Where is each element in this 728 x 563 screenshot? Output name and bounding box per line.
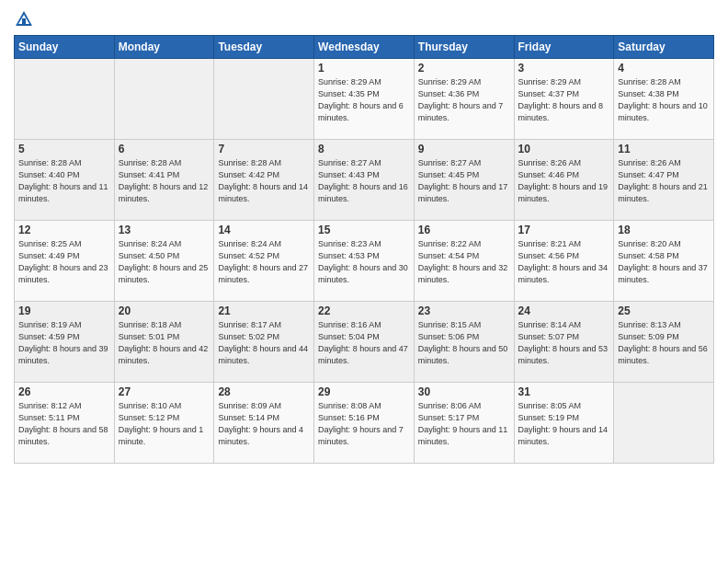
empty-cell xyxy=(15,59,115,140)
day-info: Sunrise: 8:24 AM Sunset: 4:52 PM Dayligh… xyxy=(218,238,310,286)
day-number: 6 xyxy=(119,143,210,155)
day-number: 29 xyxy=(318,385,410,398)
day-info: Sunrise: 8:29 AM Sunset: 4:35 PM Dayligh… xyxy=(318,76,410,124)
logo-icon xyxy=(14,9,34,29)
day-cell-28: 28Sunrise: 8:09 AM Sunset: 5:14 PM Dayli… xyxy=(214,383,314,464)
day-info: Sunrise: 8:09 AM Sunset: 5:14 PM Dayligh… xyxy=(218,400,310,448)
day-cell-5: 5Sunrise: 8:28 AM Sunset: 4:40 PM Daylig… xyxy=(15,140,115,221)
day-info: Sunrise: 8:27 AM Sunset: 4:45 PM Dayligh… xyxy=(418,157,510,205)
day-cell-16: 16Sunrise: 8:22 AM Sunset: 4:54 PM Dayli… xyxy=(414,221,514,302)
day-info: Sunrise: 8:18 AM Sunset: 5:01 PM Dayligh… xyxy=(119,319,210,367)
day-cell-25: 25Sunrise: 8:13 AM Sunset: 5:09 PM Dayli… xyxy=(614,302,714,383)
day-cell-21: 21Sunrise: 8:17 AM Sunset: 5:02 PM Dayli… xyxy=(214,302,314,383)
day-cell-13: 13Sunrise: 8:24 AM Sunset: 4:50 PM Dayli… xyxy=(114,221,214,302)
day-info: Sunrise: 8:16 AM Sunset: 5:04 PM Dayligh… xyxy=(318,319,410,367)
day-number: 15 xyxy=(318,224,410,236)
day-cell-7: 7Sunrise: 8:28 AM Sunset: 4:42 PM Daylig… xyxy=(214,140,314,221)
weekday-saturday: Saturday xyxy=(614,36,714,59)
day-cell-15: 15Sunrise: 8:23 AM Sunset: 4:53 PM Dayli… xyxy=(314,221,415,302)
day-cell-24: 24Sunrise: 8:14 AM Sunset: 5:07 PM Dayli… xyxy=(514,302,614,383)
day-cell-14: 14Sunrise: 8:24 AM Sunset: 4:52 PM Dayli… xyxy=(214,221,314,302)
day-info: Sunrise: 8:22 AM Sunset: 4:54 PM Dayligh… xyxy=(418,238,510,286)
day-cell-10: 10Sunrise: 8:26 AM Sunset: 4:46 PM Dayli… xyxy=(514,140,614,221)
day-info: Sunrise: 8:14 AM Sunset: 5:07 PM Dayligh… xyxy=(518,319,610,367)
day-number: 17 xyxy=(518,224,610,236)
calendar-table: SundayMondayTuesdayWednesdayThursdayFrid… xyxy=(14,35,714,464)
day-info: Sunrise: 8:17 AM Sunset: 5:02 PM Dayligh… xyxy=(218,319,310,367)
svg-rect-2 xyxy=(22,18,26,24)
day-cell-18: 18Sunrise: 8:20 AM Sunset: 4:58 PM Dayli… xyxy=(614,221,714,302)
week-row-3: 19Sunrise: 8:19 AM Sunset: 4:59 PM Dayli… xyxy=(15,302,714,383)
day-info: Sunrise: 8:27 AM Sunset: 4:43 PM Dayligh… xyxy=(318,157,410,205)
day-number: 18 xyxy=(618,224,710,236)
page-header xyxy=(14,9,714,29)
day-number: 3 xyxy=(518,62,610,75)
day-number: 22 xyxy=(318,304,410,317)
weekday-monday: Monday xyxy=(114,36,214,59)
day-number: 1 xyxy=(318,62,410,75)
week-row-0: 1Sunrise: 8:29 AM Sunset: 4:35 PM Daylig… xyxy=(15,59,714,140)
day-info: Sunrise: 8:19 AM Sunset: 4:59 PM Dayligh… xyxy=(18,319,110,367)
day-cell-6: 6Sunrise: 8:28 AM Sunset: 4:41 PM Daylig… xyxy=(114,140,214,221)
day-number: 13 xyxy=(119,224,210,236)
day-number: 26 xyxy=(18,385,110,398)
day-info: Sunrise: 8:25 AM Sunset: 4:49 PM Dayligh… xyxy=(18,238,110,286)
day-number: 21 xyxy=(218,304,310,317)
week-row-1: 5Sunrise: 8:28 AM Sunset: 4:40 PM Daylig… xyxy=(15,140,714,221)
day-cell-23: 23Sunrise: 8:15 AM Sunset: 5:06 PM Dayli… xyxy=(414,302,514,383)
day-info: Sunrise: 8:28 AM Sunset: 4:42 PM Dayligh… xyxy=(218,157,310,205)
day-cell-26: 26Sunrise: 8:12 AM Sunset: 5:11 PM Dayli… xyxy=(15,383,115,464)
empty-cell xyxy=(114,59,214,140)
day-info: Sunrise: 8:26 AM Sunset: 4:46 PM Dayligh… xyxy=(518,157,610,205)
day-number: 2 xyxy=(418,62,510,75)
day-info: Sunrise: 8:05 AM Sunset: 5:19 PM Dayligh… xyxy=(518,400,610,448)
weekday-header-row: SundayMondayTuesdayWednesdayThursdayFrid… xyxy=(15,36,714,59)
day-number: 28 xyxy=(218,385,310,398)
day-info: Sunrise: 8:10 AM Sunset: 5:12 PM Dayligh… xyxy=(119,400,210,448)
day-cell-27: 27Sunrise: 8:10 AM Sunset: 5:12 PM Dayli… xyxy=(114,383,214,464)
day-number: 30 xyxy=(418,385,510,398)
logo xyxy=(14,9,37,29)
day-info: Sunrise: 8:21 AM Sunset: 4:56 PM Dayligh… xyxy=(518,238,610,286)
day-number: 25 xyxy=(618,304,710,317)
day-cell-4: 4Sunrise: 8:28 AM Sunset: 4:38 PM Daylig… xyxy=(614,59,714,140)
day-cell-22: 22Sunrise: 8:16 AM Sunset: 5:04 PM Dayli… xyxy=(314,302,415,383)
day-number: 24 xyxy=(518,304,610,317)
day-info: Sunrise: 8:29 AM Sunset: 4:36 PM Dayligh… xyxy=(418,76,510,124)
week-row-2: 12Sunrise: 8:25 AM Sunset: 4:49 PM Dayli… xyxy=(15,221,714,302)
day-info: Sunrise: 8:15 AM Sunset: 5:06 PM Dayligh… xyxy=(418,319,510,367)
weekday-sunday: Sunday xyxy=(15,36,115,59)
day-number: 20 xyxy=(119,304,210,317)
day-number: 19 xyxy=(18,304,110,317)
day-info: Sunrise: 8:06 AM Sunset: 5:17 PM Dayligh… xyxy=(418,400,510,448)
day-info: Sunrise: 8:28 AM Sunset: 4:41 PM Dayligh… xyxy=(119,157,210,205)
day-number: 31 xyxy=(518,385,610,398)
day-info: Sunrise: 8:13 AM Sunset: 5:09 PM Dayligh… xyxy=(618,319,710,367)
day-info: Sunrise: 8:23 AM Sunset: 4:53 PM Dayligh… xyxy=(318,238,410,286)
day-cell-20: 20Sunrise: 8:18 AM Sunset: 5:01 PM Dayli… xyxy=(114,302,214,383)
day-number: 4 xyxy=(618,62,710,75)
day-cell-19: 19Sunrise: 8:19 AM Sunset: 4:59 PM Dayli… xyxy=(15,302,115,383)
day-cell-11: 11Sunrise: 8:26 AM Sunset: 4:47 PM Dayli… xyxy=(614,140,714,221)
day-number: 14 xyxy=(218,224,310,236)
week-row-4: 26Sunrise: 8:12 AM Sunset: 5:11 PM Dayli… xyxy=(15,383,714,464)
day-cell-29: 29Sunrise: 8:08 AM Sunset: 5:16 PM Dayli… xyxy=(314,383,415,464)
day-info: Sunrise: 8:29 AM Sunset: 4:37 PM Dayligh… xyxy=(518,76,610,124)
day-number: 12 xyxy=(18,224,110,236)
weekday-friday: Friday xyxy=(514,36,614,59)
weekday-thursday: Thursday xyxy=(414,36,514,59)
day-info: Sunrise: 8:26 AM Sunset: 4:47 PM Dayligh… xyxy=(618,157,710,205)
day-info: Sunrise: 8:28 AM Sunset: 4:40 PM Dayligh… xyxy=(18,157,110,205)
day-cell-17: 17Sunrise: 8:21 AM Sunset: 4:56 PM Dayli… xyxy=(514,221,614,302)
day-info: Sunrise: 8:28 AM Sunset: 4:38 PM Dayligh… xyxy=(618,76,710,124)
day-cell-3: 3Sunrise: 8:29 AM Sunset: 4:37 PM Daylig… xyxy=(514,59,614,140)
day-cell-1: 1Sunrise: 8:29 AM Sunset: 4:35 PM Daylig… xyxy=(314,59,415,140)
day-cell-2: 2Sunrise: 8:29 AM Sunset: 4:36 PM Daylig… xyxy=(414,59,514,140)
empty-cell xyxy=(614,383,714,464)
day-cell-12: 12Sunrise: 8:25 AM Sunset: 4:49 PM Dayli… xyxy=(15,221,115,302)
weekday-wednesday: Wednesday xyxy=(314,36,415,59)
day-number: 5 xyxy=(18,143,110,155)
day-info: Sunrise: 8:20 AM Sunset: 4:58 PM Dayligh… xyxy=(618,238,710,286)
day-cell-31: 31Sunrise: 8:05 AM Sunset: 5:19 PM Dayli… xyxy=(514,383,614,464)
day-number: 7 xyxy=(218,143,310,155)
